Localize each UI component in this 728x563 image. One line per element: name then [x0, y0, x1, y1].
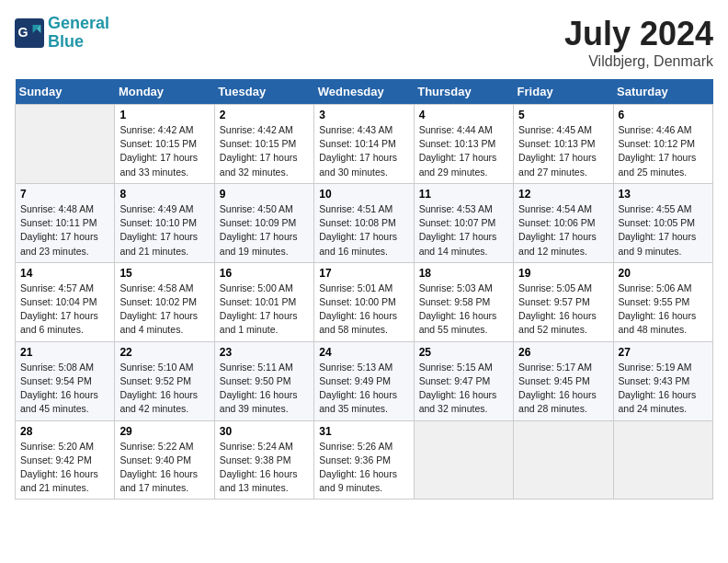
svg-text:G: G [18, 24, 28, 39]
day-number: 16 [220, 267, 309, 280]
day-info: Sunrise: 5:08 AM Sunset: 9:54 PM Dayligh… [20, 361, 109, 417]
day-number: 14 [20, 267, 109, 280]
day-info: Sunrise: 5:11 AM Sunset: 9:50 PM Dayligh… [220, 361, 309, 417]
day-info: Sunrise: 4:58 AM Sunset: 10:02 PM Daylig… [119, 282, 209, 338]
day-info: Sunrise: 4:49 AM Sunset: 10:10 PM Daylig… [119, 202, 209, 259]
day-info: Sunrise: 4:53 AM Sunset: 10:07 PM Daylig… [419, 202, 508, 259]
day-info: Sunrise: 5:15 AM Sunset: 9:47 PM Dayligh… [419, 361, 508, 417]
logo: G GeneralBlue [15, 15, 109, 52]
calendar-cell [414, 420, 513, 500]
day-info: Sunrise: 5:19 AM Sunset: 9:43 PM Dayligh… [619, 361, 708, 417]
calendar-cell: 14Sunrise: 4:57 AM Sunset: 10:04 PM Dayl… [16, 262, 115, 341]
day-number: 19 [518, 267, 608, 280]
day-info: Sunrise: 5:00 AM Sunset: 10:01 PM Daylig… [220, 282, 309, 338]
day-number: 11 [419, 188, 508, 201]
calendar-cell: 10Sunrise: 4:51 AM Sunset: 10:08 PM Dayl… [314, 183, 414, 262]
calendar-cell [613, 420, 712, 500]
calendar-week-row: 7Sunrise: 4:48 AM Sunset: 10:11 PM Dayli… [16, 183, 713, 262]
day-number: 29 [119, 425, 209, 438]
day-info: Sunrise: 5:13 AM Sunset: 9:49 PM Dayligh… [319, 361, 408, 417]
day-number: 31 [319, 425, 408, 438]
calendar-cell: 28Sunrise: 5:20 AM Sunset: 9:42 PM Dayli… [16, 420, 115, 500]
weekday-header-sunday: Sunday [16, 79, 115, 105]
day-number: 20 [619, 267, 708, 280]
day-number: 27 [619, 346, 708, 359]
calendar-cell: 20Sunrise: 5:06 AM Sunset: 9:55 PM Dayli… [613, 262, 712, 341]
weekday-header-thursday: Thursday [414, 79, 513, 105]
day-info: Sunrise: 5:17 AM Sunset: 9:45 PM Dayligh… [518, 361, 608, 417]
day-info: Sunrise: 4:55 AM Sunset: 10:05 PM Daylig… [619, 202, 708, 259]
weekday-header-row: SundayMondayTuesdayWednesdayThursdayFrid… [16, 79, 713, 105]
day-number: 25 [419, 346, 508, 359]
calendar-cell: 3Sunrise: 4:43 AM Sunset: 10:14 PM Dayli… [314, 105, 414, 184]
day-info: Sunrise: 4:43 AM Sunset: 10:14 PM Daylig… [319, 123, 408, 179]
day-number: 6 [619, 109, 708, 121]
day-info: Sunrise: 4:57 AM Sunset: 10:04 PM Daylig… [20, 282, 109, 338]
calendar-cell: 29Sunrise: 5:22 AM Sunset: 9:40 PM Dayli… [115, 420, 214, 500]
calendar-cell: 15Sunrise: 4:58 AM Sunset: 10:02 PM Dayl… [115, 262, 214, 341]
day-number: 22 [119, 346, 209, 359]
calendar-cell: 22Sunrise: 5:10 AM Sunset: 9:52 PM Dayli… [115, 341, 214, 420]
day-info: Sunrise: 4:54 AM Sunset: 10:06 PM Daylig… [518, 202, 608, 259]
calendar-cell: 6Sunrise: 4:46 AM Sunset: 10:12 PM Dayli… [613, 105, 712, 184]
day-info: Sunrise: 5:20 AM Sunset: 9:42 PM Dayligh… [20, 440, 109, 496]
day-number: 12 [518, 188, 608, 201]
day-info: Sunrise: 5:01 AM Sunset: 10:00 PM Daylig… [319, 282, 408, 338]
day-info: Sunrise: 4:42 AM Sunset: 10:15 PM Daylig… [220, 123, 309, 179]
calendar-cell: 17Sunrise: 5:01 AM Sunset: 10:00 PM Dayl… [314, 262, 414, 341]
calendar-cell: 8Sunrise: 4:49 AM Sunset: 10:10 PM Dayli… [115, 183, 214, 262]
calendar-cell: 5Sunrise: 4:45 AM Sunset: 10:13 PM Dayli… [514, 105, 613, 184]
day-number: 13 [619, 188, 708, 201]
day-info: Sunrise: 5:26 AM Sunset: 9:36 PM Dayligh… [319, 440, 408, 496]
calendar-week-row: 1Sunrise: 4:42 AM Sunset: 10:15 PM Dayli… [16, 105, 713, 184]
calendar-cell: 31Sunrise: 5:26 AM Sunset: 9:36 PM Dayli… [314, 420, 414, 500]
weekday-header-monday: Monday [115, 79, 214, 105]
day-info: Sunrise: 4:46 AM Sunset: 10:12 PM Daylig… [619, 123, 708, 179]
day-info: Sunrise: 5:06 AM Sunset: 9:55 PM Dayligh… [619, 282, 708, 338]
day-number: 30 [220, 425, 309, 438]
calendar-cell: 1Sunrise: 4:42 AM Sunset: 10:15 PM Dayli… [115, 105, 214, 184]
calendar-week-row: 28Sunrise: 5:20 AM Sunset: 9:42 PM Dayli… [16, 420, 713, 500]
day-info: Sunrise: 5:24 AM Sunset: 9:38 PM Dayligh… [220, 440, 309, 496]
day-info: Sunrise: 5:03 AM Sunset: 9:58 PM Dayligh… [419, 282, 508, 338]
calendar-cell: 27Sunrise: 5:19 AM Sunset: 9:43 PM Dayli… [613, 341, 712, 420]
day-info: Sunrise: 5:22 AM Sunset: 9:40 PM Dayligh… [119, 440, 209, 496]
calendar-cell: 2Sunrise: 4:42 AM Sunset: 10:15 PM Dayli… [214, 105, 313, 184]
weekday-header-friday: Friday [514, 79, 613, 105]
day-number: 4 [419, 109, 508, 121]
calendar-cell: 30Sunrise: 5:24 AM Sunset: 9:38 PM Dayli… [214, 420, 313, 500]
day-number: 9 [220, 188, 309, 201]
weekday-header-tuesday: Tuesday [214, 79, 313, 105]
month-title: July 2024 [564, 15, 713, 53]
day-number: 28 [20, 425, 109, 438]
day-number: 18 [419, 267, 508, 280]
calendar-cell: 19Sunrise: 5:05 AM Sunset: 9:57 PM Dayli… [514, 262, 613, 341]
calendar-week-row: 21Sunrise: 5:08 AM Sunset: 9:54 PM Dayli… [16, 341, 713, 420]
calendar-week-row: 14Sunrise: 4:57 AM Sunset: 10:04 PM Dayl… [16, 262, 713, 341]
day-number: 2 [220, 109, 309, 121]
day-number: 15 [119, 267, 209, 280]
calendar-cell: 18Sunrise: 5:03 AM Sunset: 9:58 PM Dayli… [414, 262, 513, 341]
day-number: 1 [119, 109, 209, 121]
day-number: 17 [319, 267, 408, 280]
day-number: 5 [518, 109, 608, 121]
calendar-cell: 11Sunrise: 4:53 AM Sunset: 10:07 PM Dayl… [414, 183, 513, 262]
calendar-cell: 9Sunrise: 4:50 AM Sunset: 10:09 PM Dayli… [214, 183, 313, 262]
day-number: 8 [119, 188, 209, 201]
title-block: July 2024 Vildbjerg, Denmark [564, 15, 713, 70]
day-info: Sunrise: 5:10 AM Sunset: 9:52 PM Dayligh… [119, 361, 209, 417]
day-number: 26 [518, 346, 608, 359]
calendar-cell: 26Sunrise: 5:17 AM Sunset: 9:45 PM Dayli… [514, 341, 613, 420]
calendar-cell: 12Sunrise: 4:54 AM Sunset: 10:06 PM Dayl… [514, 183, 613, 262]
day-number: 7 [20, 188, 109, 201]
day-number: 23 [220, 346, 309, 359]
calendar-table: SundayMondayTuesdayWednesdayThursdayFrid… [15, 79, 713, 500]
location: Vildbjerg, Denmark [564, 53, 713, 70]
calendar-cell: 24Sunrise: 5:13 AM Sunset: 9:49 PM Dayli… [314, 341, 414, 420]
weekday-header-wednesday: Wednesday [314, 79, 414, 105]
logo-text: GeneralBlue [48, 15, 109, 52]
calendar-cell [514, 420, 613, 500]
day-number: 3 [319, 109, 408, 121]
calendar-cell: 16Sunrise: 5:00 AM Sunset: 10:01 PM Dayl… [214, 262, 313, 341]
day-info: Sunrise: 4:44 AM Sunset: 10:13 PM Daylig… [419, 123, 508, 179]
